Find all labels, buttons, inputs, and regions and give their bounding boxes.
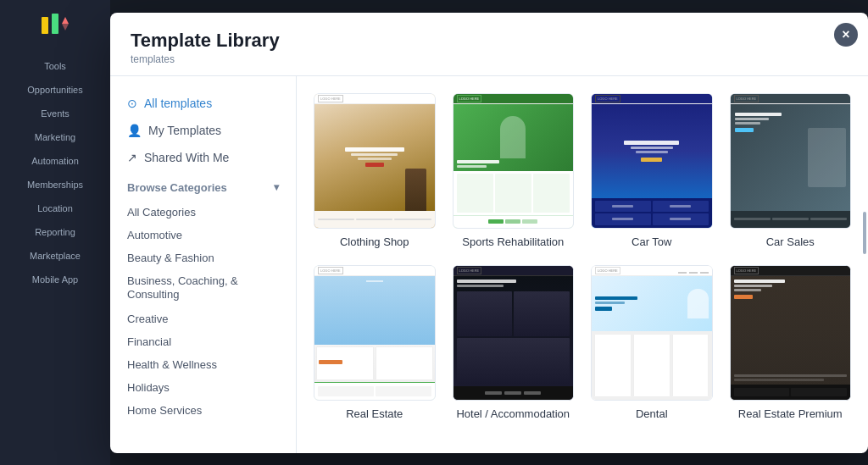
templates-grid-container: LOGO HERE	[297, 76, 868, 453]
sidebar-item-automation[interactable]: Automation	[0, 149, 110, 173]
template-name-carsales: Car Sales	[730, 235, 852, 248]
template-name-dental: Dental	[591, 407, 713, 420]
category-creative[interactable]: Creative	[110, 307, 296, 330]
template-card-realestate[interactable]: LOGO HERE	[314, 265, 436, 420]
modal-sidebar: ⊙ All templates 👤 My Templates ↗ Shared …	[110, 76, 297, 453]
modal-body: ⊙ All templates 👤 My Templates ↗ Shared …	[110, 76, 868, 453]
svg-rect-1	[52, 14, 58, 34]
modal-close-button[interactable]: ×	[834, 23, 858, 47]
category-financial[interactable]: Financial	[110, 330, 296, 353]
my-templates-icon: 👤	[127, 124, 142, 137]
template-thumb-realestate: LOGO HERE	[314, 265, 436, 401]
scroll-indicator	[863, 212, 866, 254]
sidebar-item-marketplace[interactable]: Marketplace	[0, 244, 110, 268]
shared-icon: ↗	[127, 151, 137, 164]
browse-categories-header[interactable]: Browse Categories ▾	[110, 171, 296, 201]
category-business[interactable]: Business, Coaching, & Consulting	[110, 269, 296, 308]
template-card-hotel[interactable]: LOGO HERE	[453, 265, 575, 420]
template-name-sports: Sports Rehabilitation	[453, 235, 575, 248]
all-templates-icon: ⊙	[127, 97, 137, 110]
templates-grid: LOGO HERE	[314, 93, 851, 420]
nav-shared-label: Shared With Me	[144, 151, 229, 164]
sidebar-item-events[interactable]: Events	[0, 102, 110, 125]
modal-subtitle: templates	[131, 53, 848, 65]
category-all[interactable]: All Categories	[110, 201, 296, 224]
template-name-realestate2: Real Estate Premium	[730, 407, 852, 420]
app-sidebar: Tools Opportunities Events Marketing Aut…	[0, 0, 110, 465]
nav-all-templates[interactable]: ⊙ All templates	[110, 90, 296, 117]
nav-shared[interactable]: ↗ Shared With Me	[110, 144, 296, 171]
template-card-cartow[interactable]: LOGO HERE	[591, 93, 713, 248]
template-card-dental[interactable]: LOGO HERE	[591, 265, 713, 420]
sidebar-item-location[interactable]: Location	[0, 197, 110, 220]
browse-categories-label: Browse Categories	[127, 181, 227, 194]
svg-rect-0	[42, 17, 48, 34]
category-health-wellness[interactable]: Health & Wellness	[110, 353, 296, 376]
template-card-clothing[interactable]: LOGO HERE	[314, 93, 436, 248]
sidebar-item-reporting[interactable]: Reporting	[0, 220, 110, 244]
template-thumb-dental: LOGO HERE	[591, 265, 713, 401]
modal-title: Template Library	[131, 30, 848, 52]
app-logo	[38, 7, 72, 41]
sidebar-item-tools[interactable]: Tools	[0, 54, 110, 78]
template-name-realestate: Real Estate	[314, 407, 436, 420]
modal-overlay[interactable]: Template Library templates × ⊙ All templ…	[110, 0, 868, 465]
template-thumb-sports: LOGO HERE	[453, 93, 575, 229]
template-thumb-cartow: LOGO HERE	[591, 93, 713, 229]
template-library-modal: Template Library templates × ⊙ All templ…	[110, 13, 868, 453]
template-name-clothing: Clothing Shop	[314, 235, 436, 248]
svg-marker-3	[62, 24, 69, 30]
template-thumb-hotel: LOGO HERE	[453, 265, 575, 401]
template-thumb-clothing: LOGO HERE	[314, 93, 436, 229]
browse-chevron-icon: ▾	[274, 181, 279, 193]
template-card-realestate2[interactable]: LOGO HERE	[730, 265, 852, 420]
template-card-sports[interactable]: LOGO HERE	[453, 93, 575, 248]
template-name-hotel: Hotel / Accommodation	[453, 407, 575, 420]
category-beauty-fashion[interactable]: Beauty & Fashion	[110, 246, 296, 269]
nav-my-templates[interactable]: 👤 My Templates	[110, 117, 296, 144]
nav-all-templates-label: All templates	[144, 97, 212, 110]
sidebar-item-marketing[interactable]: Marketing	[0, 125, 110, 149]
svg-marker-2	[62, 17, 69, 24]
sidebar-item-mobileapp[interactable]: Mobile App	[0, 268, 110, 291]
sidebar-item-memberships[interactable]: Memberships	[0, 173, 110, 197]
category-automotive[interactable]: Automotive	[110, 224, 296, 246]
template-thumb-realestate2: LOGO HERE	[730, 265, 852, 401]
sidebar-item-opportunities[interactable]: Opportunities	[0, 78, 110, 102]
template-card-carsales[interactable]: LOGO HERE	[730, 93, 852, 248]
category-home-services[interactable]: Home Services	[110, 399, 296, 422]
template-thumb-carsales: LOGO HERE	[730, 93, 852, 229]
template-name-cartow: Car Tow	[591, 235, 713, 248]
modal-header: Template Library templates ×	[110, 13, 868, 76]
nav-my-templates-label: My Templates	[148, 124, 221, 137]
category-holidays[interactable]: Holidays	[110, 376, 296, 399]
